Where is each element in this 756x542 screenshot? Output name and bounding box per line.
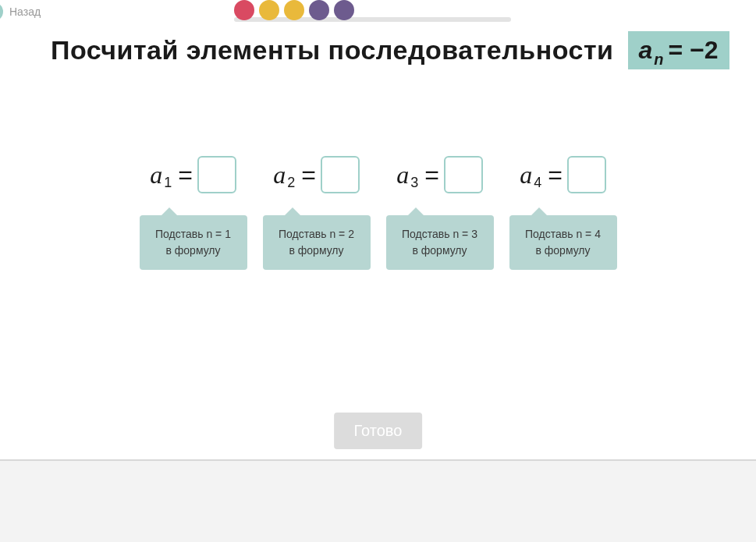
expr-eq: =: [301, 161, 316, 190]
sequence-card: a 4 = Подставь n = 4 в формулу: [509, 156, 617, 270]
expr-letter: a: [150, 161, 162, 190]
hint-line2: в формулу: [147, 243, 240, 259]
hint-box: Подставь n = 2 в формулу: [263, 215, 371, 270]
expr-sub: 4: [534, 175, 541, 191]
sequence-card: a 1 = Подставь n = 1 в формулу: [140, 156, 247, 270]
hint-box: Подставь n = 3 в формулу: [386, 215, 494, 270]
hint-line2: в формулу: [394, 243, 486, 259]
done-button[interactable]: Готово: [334, 413, 423, 449]
answer-input-3[interactable]: [444, 156, 483, 193]
formula-box: a n = −2: [628, 31, 729, 69]
expr-sub: 2: [287, 175, 295, 191]
hint-line2: в формулу: [271, 243, 363, 259]
expr-eq: =: [424, 161, 439, 190]
progress-dot: [334, 0, 354, 20]
page-title: Посчитай элементы последовательности: [51, 35, 614, 66]
answer-input-1[interactable]: [197, 156, 236, 193]
expr-letter: a: [520, 161, 532, 190]
footer-area: [0, 461, 756, 542]
sequence-card: a 2 = Подставь n = 2 в формулу: [263, 156, 371, 270]
sequence-cards: a 1 = Подставь n = 1 в формулу a 2 = Под…: [0, 156, 756, 270]
expr-sub: 3: [410, 175, 418, 191]
formula-sub: n: [654, 51, 663, 69]
back-label: Назад: [9, 5, 41, 18]
back-icon: [0, 2, 3, 21]
expression: a 4 =: [520, 156, 606, 193]
answer-input-4[interactable]: [567, 156, 606, 193]
answer-input-2[interactable]: [321, 156, 360, 193]
expr-letter: a: [273, 161, 286, 190]
progress-dot: [259, 0, 279, 20]
formula-rest: = −2: [669, 36, 719, 65]
formula-base: a: [639, 36, 653, 65]
expr-eq: =: [548, 161, 563, 190]
top-bar: Назад: [0, 0, 756, 22]
hint-line1: Подставь n = 3: [394, 226, 486, 243]
expression: a 2 =: [273, 156, 360, 193]
progress-dot: [234, 0, 254, 20]
hint-line1: Подставь n = 1: [147, 226, 240, 243]
expression: a 3 =: [396, 156, 483, 193]
hint-line1: Подставь n = 4: [517, 226, 609, 243]
sequence-card: a 3 = Подставь n = 3 в формулу: [386, 156, 494, 270]
title-row: Посчитай элементы последовательности a n…: [51, 31, 729, 69]
expression: a 1 =: [150, 156, 236, 193]
hint-box: Подставь n = 4 в формулу: [509, 215, 617, 270]
expr-eq: =: [178, 161, 193, 190]
progress-dot: [284, 0, 304, 20]
hint-box: Подставь n = 1 в формулу: [140, 215, 247, 270]
back-button[interactable]: Назад: [0, 2, 41, 21]
expr-letter: a: [396, 161, 409, 190]
hint-line1: Подставь n = 2: [271, 226, 363, 243]
progress: [234, 0, 511, 22]
expr-sub: 1: [164, 175, 172, 191]
hint-line2: в формулу: [517, 243, 609, 259]
progress-dots: [234, 0, 511, 20]
progress-dot: [309, 0, 329, 20]
